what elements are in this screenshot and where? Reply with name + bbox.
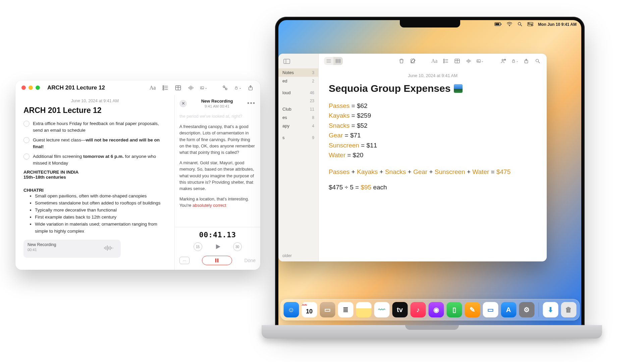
dock-app-finder[interactable]: ☺ (283, 302, 299, 317)
menubar-date[interactable]: Mon Jun 10 9:41 AM (538, 22, 577, 27)
sidebar-item[interactable]: es8 (278, 113, 318, 122)
checkbox[interactable] (23, 121, 30, 127)
checklist-item[interactable]: Guest lecture next class—will not be rec… (23, 137, 166, 150)
dock-app-downloads[interactable]: ⬇ (543, 302, 558, 317)
notes-sidebar: Notes3ed2loud4623Club11es8apy4s9 older (278, 54, 319, 261)
sidebar-item[interactable]: Notes3 (278, 68, 318, 77)
dock-app-calendar[interactable]: JUN10 (302, 302, 317, 317)
expense-formula: Passes + Kayaks + Snacks + Gear + Sunscr… (329, 168, 537, 176)
skip-back-button[interactable]: 15 (194, 242, 202, 251)
pause-record-button[interactable] (202, 256, 232, 265)
sidebar-item[interactable]: s9 (278, 133, 318, 142)
sidebar-toggle-button[interactable] (283, 58, 290, 65)
bullet-item: First example dates back to 12th century (35, 214, 166, 221)
checklist-text: Guest lecture next class—will not be rec… (33, 137, 166, 150)
table-button-2[interactable] (453, 57, 461, 65)
svg-rect-40 (284, 59, 290, 63)
checklist-button[interactable] (162, 84, 169, 92)
new-note-button[interactable] (409, 57, 417, 65)
svg-rect-32 (501, 23, 501, 25)
trash-button[interactable] (398, 57, 405, 65)
view-segment (324, 57, 343, 65)
share-button-2[interactable] (523, 57, 530, 65)
transcript-faded-line: the period we've looked at, right? (179, 113, 256, 119)
dock-app-contacts[interactable]: ▭ (320, 302, 335, 317)
dock-app-music[interactable]: ♪ (410, 302, 426, 317)
format-button[interactable]: Aa (149, 84, 156, 92)
checklist-item[interactable]: Extra office hours Friday for feedback o… (23, 120, 166, 133)
note-toolbar: Aa ⌄ ⌄ (149, 84, 254, 92)
close-window-button[interactable] (21, 85, 26, 90)
dock-app-pages[interactable]: ✎ (465, 302, 480, 317)
window-title: ARCH 201 Lecture 12 (47, 84, 146, 91)
sidebar-item[interactable]: apy4 (278, 122, 318, 130)
sidebar-footer[interactable]: older (282, 253, 292, 258)
dock-app-keynote[interactable]: ▭ (483, 302, 498, 317)
zoom-window-button[interactable] (36, 85, 40, 90)
section-subheading: 15th–18th centuries (23, 175, 166, 180)
media-button-2[interactable]: ⌄ (476, 57, 484, 65)
player-timer: 00:41.13 (179, 231, 256, 239)
lock-button-2[interactable]: ⌄ (511, 57, 519, 65)
dock-app-freeform[interactable]: 〰 (374, 302, 389, 317)
close-panel-button[interactable]: ✕ (179, 100, 187, 107)
note-pane: Aa ⌄ ⌄ June 10, 2024 at 9:41 AM (319, 54, 547, 261)
dock-app-settings[interactable]: ⚙ (519, 302, 534, 317)
link-button[interactable] (221, 84, 229, 92)
sidebar-item[interactable]: loud46 (278, 88, 318, 97)
audio-button[interactable] (187, 84, 195, 92)
waveform-icon (103, 244, 115, 253)
checkbox[interactable] (23, 154, 30, 160)
dock-app-tv[interactable]: tv (392, 302, 408, 317)
note-heading: ARCH 201 Lecture 12 (23, 106, 166, 115)
note-content[interactable]: June 10, 2024 at 9:41 AM Sequoia Group E… (319, 68, 547, 196)
more-button[interactable]: ••• (247, 100, 256, 107)
checklist-button-2[interactable] (442, 57, 449, 65)
expense-line: Passes = $62 (329, 101, 537, 111)
minimize-window-button[interactable] (29, 85, 33, 90)
table-button[interactable] (174, 84, 182, 92)
expense-line: Gear = $71 (329, 130, 537, 140)
sidebar-item[interactable]: ed2 (278, 77, 318, 85)
recording-side-panel: ✕ New Recording 9:41 AM 00:41 ••• the pe… (174, 95, 260, 270)
audio-button-2[interactable] (465, 57, 472, 65)
svg-marker-29 (216, 244, 220, 249)
wifi-icon (506, 22, 513, 27)
skip-forward-button[interactable]: 30 (233, 242, 242, 251)
bullet-item: Small open pavilions, often with dome-sh… (35, 193, 166, 200)
dock-app-podcasts[interactable]: ◉ (428, 302, 444, 317)
sidebar-item[interactable] (278, 85, 318, 88)
dock-app-numbers[interactable]: ▯ (446, 302, 462, 317)
spotlight-icon[interactable] (517, 21, 523, 28)
svg-line-35 (521, 25, 522, 26)
collaborate-button[interactable] (500, 57, 507, 65)
play-button[interactable] (214, 243, 222, 251)
sidebar-item[interactable] (278, 130, 318, 133)
recording-chip[interactable]: New Recording 00:41 (23, 240, 121, 258)
dock-app-trash[interactable]: 🗑 (561, 302, 576, 317)
svg-point-4 (163, 89, 164, 90)
share-button[interactable] (247, 84, 254, 92)
checkbox[interactable] (23, 137, 30, 143)
lock-button[interactable]: ⌄ (234, 84, 241, 92)
media-button[interactable]: ⌄ (200, 84, 207, 92)
svg-rect-70 (513, 61, 515, 62)
sidebar-item[interactable]: 23 (278, 97, 318, 105)
search-button[interactable] (534, 57, 541, 65)
svg-point-52 (443, 60, 444, 61)
checklist-item[interactable]: Additional film screening tomorrow at 6 … (23, 153, 166, 166)
dock-app-notes[interactable] (356, 302, 371, 317)
dock-app-appstore[interactable]: A (501, 302, 516, 317)
control-center-icon[interactable] (527, 22, 533, 27)
list-view-button[interactable] (324, 57, 333, 65)
svg-rect-45 (336, 59, 338, 61)
note-title: Sequoia Group Expenses (329, 83, 537, 94)
desktop: Mon Jun 10 9:41 AM Notes3ed2loud4623Club… (278, 20, 581, 325)
captions-button[interactable]: ⋯ (179, 257, 190, 264)
grid-view-button[interactable] (333, 57, 343, 65)
svg-point-34 (518, 22, 521, 25)
dock-app-reminders[interactable]: ≣ (338, 302, 353, 317)
format-button-2[interactable]: Aa (431, 57, 438, 65)
sidebar-item[interactable]: Club11 (278, 105, 318, 113)
done-button[interactable]: Done (245, 258, 256, 263)
